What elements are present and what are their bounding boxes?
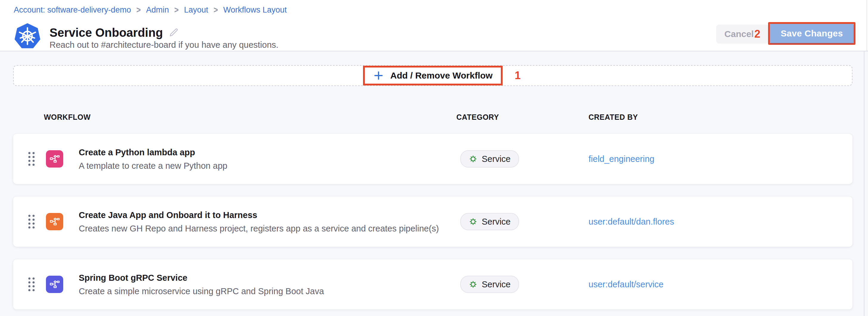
flowchart-icon bbox=[46, 150, 63, 168]
pencil-icon[interactable] bbox=[169, 27, 179, 38]
drag-handle[interactable] bbox=[28, 152, 35, 166]
table-header: WORKFLOW CATEGORY CREATED BY bbox=[13, 113, 851, 121]
created-by-link[interactable]: user:default/service bbox=[589, 280, 663, 289]
breadcrumb-item[interactable]: Account: software-delivery-demo bbox=[14, 5, 131, 15]
category-label: Service bbox=[482, 217, 511, 227]
column-header-category: CATEGORY bbox=[456, 113, 589, 121]
column-header-workflow: WORKFLOW bbox=[13, 113, 456, 121]
annotation-number-2: 2 bbox=[754, 29, 760, 39]
created-by-link[interactable]: field_engineering bbox=[589, 154, 654, 164]
breadcrumb-separator: > bbox=[174, 4, 179, 16]
breadcrumb-item[interactable]: Layout bbox=[184, 5, 208, 15]
drag-handle[interactable] bbox=[28, 215, 35, 229]
workflow-rows: Create a Python lambda app A template to… bbox=[13, 134, 852, 310]
category-chip: Service bbox=[460, 150, 519, 168]
page-title: Service Onboarding bbox=[50, 25, 163, 40]
cancel-label: Cancel bbox=[724, 29, 754, 39]
annotation-number-1: 1 bbox=[515, 70, 521, 81]
add-workflow-dropzone: Add / Remove Workflow 1 bbox=[13, 65, 852, 86]
category-label: Service bbox=[482, 154, 511, 164]
main-content: Add / Remove Workflow 1 WORKFLOW CATEGOR… bbox=[0, 51, 868, 316]
scrollbar-track-top bbox=[867, 0, 867, 51]
breadcrumb: Account: software-delivery-demo>Admin>La… bbox=[14, 5, 287, 15]
gear-icon bbox=[469, 217, 477, 226]
workflow-title: Spring Boot gRPC Service bbox=[79, 273, 324, 283]
breadcrumb-separator: > bbox=[136, 4, 141, 16]
gear-icon bbox=[469, 280, 477, 289]
annotation-box-save: Save Changes bbox=[768, 22, 856, 45]
category-chip: Service bbox=[460, 213, 519, 230]
workflow-title: Create a Python lambda app bbox=[79, 147, 227, 157]
created-by-link[interactable]: user:default/dan.flores bbox=[589, 217, 674, 226]
workflow-row: Create Java App and Onboard it to Harnes… bbox=[13, 197, 852, 247]
annotation-box-1: Add / Remove Workflow 1 bbox=[363, 66, 503, 85]
category-label: Service bbox=[482, 280, 511, 289]
page-header: Account: software-delivery-demo>Admin>La… bbox=[0, 0, 868, 51]
plus-icon bbox=[373, 70, 384, 81]
page-subtitle: Reach out to #architecture-board if you … bbox=[50, 39, 278, 50]
workflow-row: Create a Python lambda app A template to… bbox=[13, 134, 852, 184]
kubernetes-logo bbox=[14, 22, 41, 50]
workflow-description: Creates new GH Repo and Harness project,… bbox=[79, 223, 439, 234]
breadcrumb-item[interactable]: Workflows Layout bbox=[223, 5, 287, 15]
workflow-description: Create a simple microservice using gRPC … bbox=[79, 286, 324, 296]
breadcrumb-item[interactable]: Admin bbox=[146, 5, 169, 15]
cancel-button[interactable]: Cancel2 bbox=[716, 25, 769, 44]
workflow-description: A template to create a new Python app bbox=[79, 161, 227, 171]
workflow-title: Create Java App and Onboard it to Harnes… bbox=[79, 210, 439, 220]
column-header-created-by: CREATED BY bbox=[589, 113, 851, 121]
add-remove-workflow-button[interactable]: Add / Remove Workflow bbox=[365, 67, 501, 84]
gear-icon bbox=[469, 154, 477, 163]
drag-handle[interactable] bbox=[28, 278, 35, 291]
scrollbar-track-main bbox=[864, 51, 864, 316]
category-chip: Service bbox=[460, 276, 519, 293]
flowchart-icon bbox=[46, 213, 63, 230]
add-remove-workflow-label: Add / Remove Workflow bbox=[391, 70, 493, 81]
flowchart-icon bbox=[46, 276, 63, 293]
workflow-row: Spring Boot gRPC Service Create a simple… bbox=[13, 259, 852, 310]
save-changes-button[interactable]: Save Changes bbox=[770, 24, 854, 43]
breadcrumb-separator: > bbox=[214, 4, 218, 16]
workflows-layout-screen: Account: software-delivery-demo>Admin>La… bbox=[0, 0, 868, 316]
